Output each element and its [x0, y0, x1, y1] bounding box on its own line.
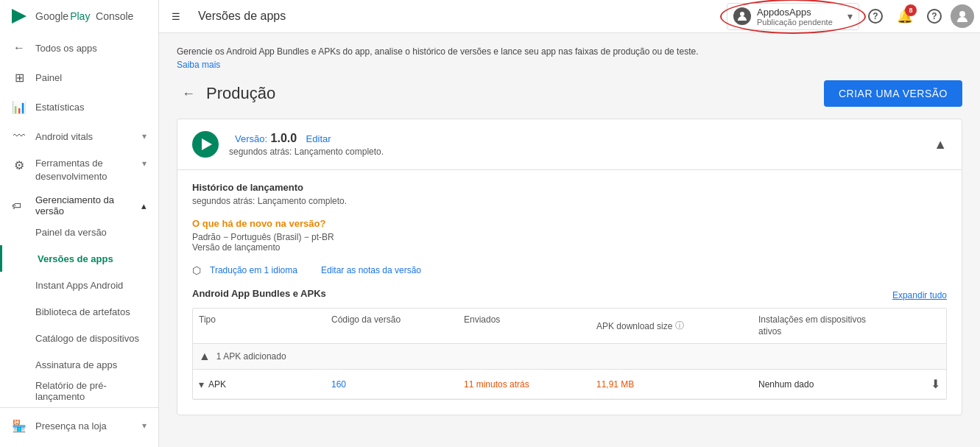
version-subtitle: segundos atrás: Lançamento completo. — [229, 147, 934, 157]
sidebar-assinatura-label: Assinatura de apps — [35, 359, 117, 370]
vitals-expand-icon: ▾ — [142, 131, 147, 141]
history-section: Histórico de lançamento segundos atrás: … — [192, 182, 947, 206]
sidebar-item-android-vitals[interactable]: 〰 Android vitals ▾ — [0, 122, 158, 151]
help2-icon: ? — [927, 9, 942, 24]
edit-notes-link[interactable]: Editar as notas da versão — [321, 265, 421, 275]
sidebar-gerenciamento-label: Gerenciamento da versão — [35, 194, 141, 217]
layout: ← Todos os apps ⊞ Painel 📊 Estatísticas … — [0, 33, 980, 447]
translation-row: ⬡ Tradução em 1 idioma Editar as notas d… — [192, 264, 947, 276]
version-card: Versão: 1.0.0 Editar segundos atrás: Lan… — [177, 119, 962, 415]
presenca-expand-icon: ▾ — [142, 420, 147, 431]
table-group-header: ▲ 1 APK adicionado — [193, 344, 946, 370]
page-title: Versões de apps — [192, 10, 727, 23]
whats-new-line1: Padrão − Português (Brasil) − pt-BR — [192, 232, 947, 242]
sidebar-catalogo-label: Catálogo de dispositivos — [35, 333, 139, 344]
edit-link[interactable]: Editar — [306, 133, 331, 144]
svg-marker-0 — [12, 9, 27, 24]
ferramentas-expand-icon: ▾ — [142, 158, 147, 169]
sidebar-presenca-label: Presença na loja — [35, 420, 107, 432]
sidebar: ← Todos os apps ⊞ Painel 📊 Estatísticas … — [0, 33, 159, 447]
card-collapse-icon[interactable]: ▲ — [934, 137, 947, 152]
cell-sent: 11 minutos atrás — [458, 379, 591, 390]
avatar-icon — [955, 9, 970, 24]
app-icon-svg — [736, 10, 748, 22]
gerenciamento-expand-icon: ▴ — [141, 200, 147, 211]
history-text: segundos atrás: Lançamento completo. — [192, 196, 947, 206]
bundles-title: Android App Bundles e APKs — [192, 288, 326, 299]
row-expand-icon[interactable]: ▾ — [199, 379, 204, 390]
saiba-mais-link[interactable]: Saiba mais — [177, 60, 220, 70]
help-circle-icon: ? — [868, 9, 883, 24]
sidebar-item-painel[interactable]: ⊞ Painel — [0, 63, 158, 92]
whats-new-line2: Versão de lançamento — [192, 242, 947, 253]
sidebar-instant-apps-label: Instant Apps Android — [35, 280, 123, 291]
sidebar-item-gerenciamento[interactable]: 🏷 Gerenciamento da versão ▴ — [0, 189, 158, 219]
group-collapse-icon[interactable]: ▲ — [199, 350, 211, 363]
app-selector[interactable]: AppdosApps Publicação pendente ▾ — [727, 3, 859, 30]
sidebar-divider — [0, 407, 158, 408]
sidebar-item-presenca[interactable]: 🏪 Presença na loja ▾ — [0, 411, 158, 440]
apk-table: Tipo Código da versão Enviados APK downl… — [192, 308, 947, 400]
translation-link[interactable]: Tradução em 1 idioma — [210, 265, 297, 275]
svg-point-2 — [959, 11, 965, 17]
help2-btn[interactable]: ? — [921, 3, 948, 29]
help-icon-btn[interactable]: ? — [862, 3, 889, 29]
sidebar-vitals-label: Android vitals — [35, 131, 93, 142]
sidebar-back-label: Todos os apps — [35, 43, 97, 54]
sidebar-sub-item-relatorio[interactable]: Relatório de pré-lançamento — [0, 378, 158, 404]
main-content: Gerencie os Android App Bundles e APKs d… — [159, 33, 980, 447]
app-name-label: AppdosApps — [757, 7, 845, 18]
history-title: Histórico de lançamento — [192, 182, 947, 193]
notification-badge: 8 — [905, 4, 917, 16]
app-status-label: Publicação pendente — [757, 18, 845, 27]
sidebar-sub-item-catalogo[interactable]: Catálogo de dispositivos — [0, 325, 158, 351]
sidebar-estatisticas-label: Estatísticas — [35, 102, 84, 113]
cell-installs: Nenhum dado ⬇ — [752, 377, 946, 391]
sidebar-sub-item-painel-versao[interactable]: Painel da versão — [0, 219, 158, 245]
sidebar-versoes-apps-label: Versões de apps — [38, 253, 113, 264]
col-codigo: Código da versão — [325, 314, 458, 337]
download-icon[interactable]: ⬇ — [931, 377, 940, 391]
apk-size-help-icon[interactable]: ⓘ — [675, 320, 684, 332]
brand-console-label: Console — [96, 10, 133, 22]
app-selector-icon — [733, 7, 751, 25]
vitals-icon: 〰 — [12, 130, 27, 143]
expand-all-link[interactable]: Expandir tudo — [892, 290, 947, 300]
store-icon: 🏪 — [12, 419, 27, 433]
table-row: ▾ APK 160 11 minutos atrás 11,91 MB Nenh… — [193, 370, 946, 399]
section-back-btn[interactable]: ← — [177, 82, 200, 105]
notifications-btn[interactable]: 🔔 8 — [892, 3, 918, 29]
sidebar-sub-item-versoes-apps[interactable]: Versões de apps — [0, 245, 158, 272]
cell-version-code[interactable]: 160 — [325, 379, 458, 390]
sidebar-sub-item-biblioteca[interactable]: Biblioteca de artefatos — [0, 298, 158, 325]
col-size: APK download size ⓘ — [591, 314, 752, 337]
topbar: Google Play Console ☰ Versões de apps Ap… — [0, 0, 980, 33]
menu-icon[interactable]: ☰ — [159, 0, 192, 33]
sidebar-item-ferramentas[interactable]: ⚙ Ferramentas de desenvolvimento ▾ — [0, 151, 158, 189]
table-header-row: Tipo Código da versão Enviados APK downl… — [193, 309, 946, 344]
col-tipo: Tipo — [193, 314, 325, 337]
sidebar-sub-item-assinatura[interactable]: Assinatura de apps — [0, 351, 158, 378]
chart-icon: 📊 — [12, 100, 27, 114]
brand-play-label: Play — [70, 10, 90, 22]
version-title-row: Versão: 1.0.0 Editar — [229, 132, 934, 145]
sidebar-item-estatisticas[interactable]: 📊 Estatísticas — [0, 92, 158, 122]
topbar-right: AppdosApps Publicação pendente ▾ ? 🔔 8 ? — [727, 3, 980, 30]
card-header: Versão: 1.0.0 Editar segundos atrás: Lan… — [177, 119, 962, 170]
installs-value: Nenhum dado — [758, 379, 814, 390]
page-description: Gerencie os Android App Bundles e APKs d… — [177, 45, 962, 71]
sidebar-item-back[interactable]: ← Todos os apps — [0, 33, 158, 63]
whats-new-section: O que há de novo na versão? Padrão − Por… — [192, 218, 947, 253]
grid-icon: ⊞ — [12, 71, 27, 85]
main-inner: Gerencie os Android App Bundles e APKs d… — [159, 33, 980, 427]
card-body: Histórico de lançamento segundos atrás: … — [177, 170, 962, 415]
cell-type-value: APK — [208, 379, 226, 390]
svg-point-1 — [740, 12, 744, 16]
create-version-button[interactable]: CRIAR UMA VERSÃO — [824, 80, 962, 107]
brand-google-label: Google — [35, 10, 68, 22]
translation-icon: ⬡ — [192, 264, 201, 276]
sidebar-sub-item-instant-apps[interactable]: Instant Apps Android — [0, 272, 158, 298]
brand-text: Google Play Console — [35, 10, 133, 22]
avatar-btn[interactable] — [951, 4, 974, 28]
version-play-icon — [192, 131, 219, 158]
